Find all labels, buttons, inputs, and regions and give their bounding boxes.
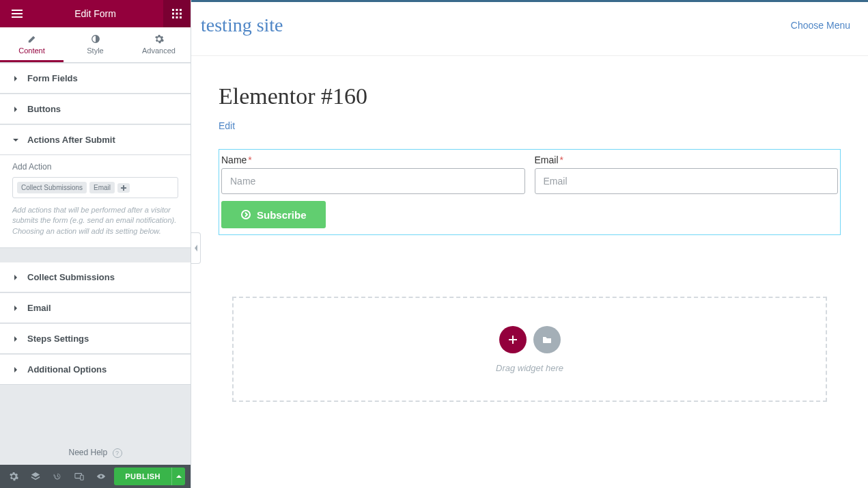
svg-rect-2 xyxy=(12,16,23,18)
actions-after-submit-body: Add Action Collect Submissions Email Add… xyxy=(0,155,191,248)
widgets-grid-button[interactable] xyxy=(163,0,191,27)
section-steps-settings[interactable]: Steps Settings xyxy=(0,323,191,354)
tab-advanced[interactable]: Advanced xyxy=(127,27,191,62)
section-buttons-label: Buttons xyxy=(27,104,61,114)
gear-icon xyxy=(154,34,164,44)
add-action-help: Add actions that will be performed after… xyxy=(12,205,178,236)
drop-text: Drag widget here xyxy=(496,363,563,373)
settings-button[interactable] xyxy=(3,465,25,488)
tab-style[interactable]: Style xyxy=(64,27,127,62)
section-form-fields-label: Form Fields xyxy=(27,73,78,83)
need-help-label: Need Help xyxy=(68,448,107,457)
svg-rect-4 xyxy=(176,9,178,11)
section-steps-settings-label: Steps Settings xyxy=(27,334,89,344)
section-form-fields[interactable]: Form Fields xyxy=(0,63,191,94)
tab-content[interactable]: Content xyxy=(0,27,64,62)
action-tag[interactable]: Email xyxy=(89,182,115,193)
publish-options-button[interactable] xyxy=(171,467,185,485)
plus-icon xyxy=(121,185,126,191)
tab-content-label: Content xyxy=(18,46,45,55)
form-widget[interactable]: Name* Email* Subscribe xyxy=(219,149,841,235)
preview-button[interactable] xyxy=(90,465,112,488)
responsive-icon xyxy=(74,472,84,481)
svg-rect-19 xyxy=(509,339,517,340)
svg-point-17 xyxy=(242,211,250,219)
required-asterisk: * xyxy=(248,154,251,165)
svg-rect-0 xyxy=(12,10,23,11)
panel-tabs: Content Style Advanced xyxy=(0,27,191,63)
tab-style-label: Style xyxy=(87,46,103,55)
add-section-button[interactable] xyxy=(499,326,527,353)
add-action-input[interactable]: Collect Submissions Email xyxy=(12,177,178,198)
caret-down-icon xyxy=(12,137,19,144)
page-content: Elementor #160 Edit Name* Email* xyxy=(191,56,868,429)
section-email-label: Email xyxy=(27,303,51,313)
chevron-left-icon xyxy=(193,245,199,252)
hamburger-icon xyxy=(12,8,23,19)
email-input[interactable] xyxy=(535,168,839,194)
email-label-text: Email xyxy=(535,154,559,165)
gear-icon xyxy=(9,472,18,481)
page-title: Elementor #160 xyxy=(219,83,841,109)
svg-rect-16 xyxy=(81,475,83,480)
add-action-plus-button[interactable] xyxy=(117,183,130,193)
section-buttons[interactable]: Buttons xyxy=(0,94,191,124)
navigator-button[interactable] xyxy=(25,465,46,488)
submit-arrow-icon xyxy=(240,209,251,220)
section-actions-after-submit[interactable]: Actions After Submit xyxy=(0,124,191,155)
site-title[interactable]: testing site xyxy=(201,14,283,36)
section-additional-options[interactable]: Additional Options xyxy=(0,354,191,385)
svg-rect-7 xyxy=(176,13,178,15)
caret-right-icon xyxy=(12,336,19,342)
history-button[interactable] xyxy=(46,465,68,488)
hamburger-menu-button[interactable] xyxy=(7,0,27,27)
grid-icon xyxy=(172,9,182,18)
section-actions-after-submit-label: Actions After Submit xyxy=(27,135,115,145)
choose-menu-link[interactable]: Choose Menu xyxy=(791,20,850,31)
panel-collapse-handle[interactable] xyxy=(191,232,201,264)
question-icon: ? xyxy=(113,448,122,458)
caret-right-icon xyxy=(12,366,19,373)
svg-rect-5 xyxy=(180,9,182,11)
plus-icon xyxy=(507,334,518,345)
svg-rect-8 xyxy=(180,13,182,15)
action-tag[interactable]: Collect Submissions xyxy=(17,182,87,193)
editor-panel: Edit Form Content Style Advanced Form Fi… xyxy=(0,0,191,488)
name-label-text: Name xyxy=(221,154,247,165)
svg-rect-14 xyxy=(121,187,126,189)
svg-rect-9 xyxy=(172,16,174,18)
svg-rect-11 xyxy=(180,16,182,18)
history-icon xyxy=(53,472,62,481)
section-collect-submissions[interactable]: Collect Submissions xyxy=(0,262,191,293)
tab-advanced-label: Advanced xyxy=(142,46,176,55)
caret-up-icon xyxy=(176,474,182,479)
section-additional-options-label: Additional Options xyxy=(27,364,107,375)
folder-icon xyxy=(542,334,552,345)
caret-right-icon xyxy=(12,106,19,113)
name-input[interactable] xyxy=(221,168,525,194)
panel-sections: Form Fields Buttons Actions After Submit… xyxy=(0,63,191,441)
subscribe-button[interactable]: Subscribe xyxy=(221,201,326,228)
preview-canvas: testing site Choose Menu Elementor #160 … xyxy=(191,0,868,488)
pencil-icon xyxy=(27,34,37,44)
add-template-button[interactable] xyxy=(533,326,561,353)
site-header: testing site Choose Menu xyxy=(191,2,868,56)
edit-link[interactable]: Edit xyxy=(219,120,235,131)
svg-rect-1 xyxy=(12,13,23,14)
section-collect-submissions-label: Collect Submissions xyxy=(27,272,115,282)
need-help-link[interactable]: Need Help ? xyxy=(0,441,191,465)
name-label: Name* xyxy=(221,154,525,165)
add-section-dropzone[interactable]: Drag widget here xyxy=(232,297,827,402)
form-field-name: Name* xyxy=(220,154,527,194)
caret-right-icon xyxy=(12,75,19,82)
subscribe-button-label: Subscribe xyxy=(257,209,307,221)
publish-button[interactable]: PUBLISH xyxy=(114,467,171,485)
layers-icon xyxy=(31,472,40,481)
svg-rect-6 xyxy=(172,13,174,15)
responsive-button[interactable] xyxy=(68,465,90,488)
section-email[interactable]: Email xyxy=(0,293,191,323)
panel-title: Edit Form xyxy=(74,8,116,19)
email-label: Email* xyxy=(535,154,839,165)
add-action-label: Add Action xyxy=(12,162,178,172)
svg-rect-3 xyxy=(172,9,174,11)
